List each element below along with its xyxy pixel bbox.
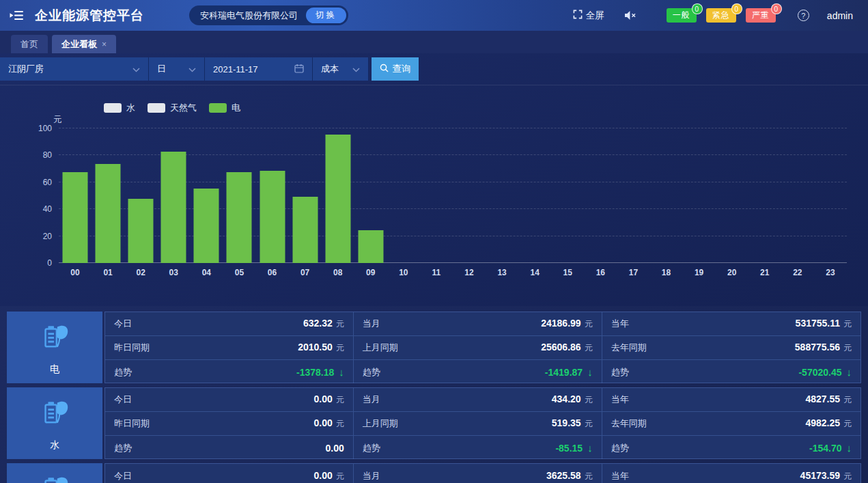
table-cell: 当年531755.11元 [602, 312, 860, 336]
x-axis-tick: 13 [497, 268, 506, 277]
alarm-badge[interactable]: 严重0 [746, 8, 776, 23]
calendar-icon [294, 64, 304, 75]
legend-label: 电 [232, 102, 240, 114]
cell-unit: 元 [585, 318, 593, 330]
cell-label: 当年 [611, 394, 629, 406]
period-select[interactable]: 日 [149, 57, 205, 81]
cell-value: 0.00元 [314, 417, 344, 430]
cell-label: 当月 [363, 318, 380, 330]
cell-label: 去年同期 [611, 342, 647, 354]
period-select-value: 日 [157, 63, 166, 75]
bar-电-03 [161, 152, 186, 263]
mute-speaker-icon[interactable] [625, 10, 636, 20]
x-axis-tick: 14 [531, 268, 540, 277]
x-axis-tick: 22 [793, 268, 802, 277]
cell-label: 当年 [611, 318, 629, 330]
cell-label: 趋势 [611, 366, 629, 378]
switch-company-button[interactable]: 切换 [306, 8, 346, 23]
energy-type-label: 水 [7, 439, 102, 452]
y-axis-tick: 80 [43, 150, 52, 160]
table-cell: 上月同期25606.86元 [354, 336, 602, 360]
cell-value: 24186.99元 [541, 318, 592, 330]
fullscreen-button[interactable]: 全屏 [573, 10, 604, 22]
cell-unit: 元 [843, 342, 852, 354]
cell-unit: 元 [336, 342, 344, 354]
cell-value: 0.00 [326, 443, 344, 454]
date-picker[interactable]: 2021-11-17 [205, 57, 313, 81]
site-select-value: 江阴厂房 [8, 63, 44, 75]
cell-label: 趋势 [363, 442, 380, 454]
y-axis-tick: 40 [43, 204, 52, 214]
table-cell: 去年同期588775.56元 [602, 336, 860, 360]
y-axis-tick: 100 [38, 124, 52, 133]
table-cell: 趋势-1419.87↓ [354, 360, 602, 383]
cell-unit: 元 [843, 471, 852, 482]
trend-down-arrow-icon: ↓ [847, 442, 852, 454]
chart-plot: 0204060801000001020304050607080910111213… [59, 128, 847, 263]
filter-bar: 江阴厂房 日 2021-11-17 成本 查询 [0, 53, 868, 85]
x-axis-tick: 16 [596, 268, 605, 277]
legend-swatch [209, 103, 227, 113]
legend-item-电[interactable]: 电 [209, 102, 240, 114]
cell-value: 434.20元 [552, 394, 593, 406]
x-axis-tick: 03 [169, 268, 178, 277]
alarm-badges: 一般0紧急0严重0 [667, 8, 776, 23]
help-icon[interactable]: ? [798, 10, 809, 21]
energy-type-label: 电 [7, 363, 102, 376]
date-value: 2021-11-17 [213, 64, 258, 74]
collapse-menu-icon[interactable] [10, 10, 24, 21]
cell-unit: 元 [336, 471, 344, 482]
user-menu[interactable]: admin [827, 10, 853, 21]
tab-企业看板[interactable]: 企业看板× [52, 35, 116, 53]
energy-summary-table: 电今日632.32元当月24186.99元当年531755.11元昨日同期201… [0, 306, 868, 483]
cell-value: 3625.58元 [546, 470, 593, 482]
site-select[interactable]: 江阴厂房 [0, 57, 149, 81]
metric-select[interactable]: 成本 [313, 57, 369, 81]
legend-item-水[interactable]: 水 [104, 102, 135, 114]
bar-电-06 [260, 171, 285, 263]
legend-item-天然气[interactable]: 天然气 [148, 102, 197, 114]
cell-label: 当年 [611, 470, 629, 482]
cell-value: -1419.87↓ [545, 366, 593, 378]
battery-leaf-icon [39, 472, 70, 483]
search-button[interactable]: 查询 [372, 57, 419, 81]
x-axis-tick: 01 [103, 268, 112, 277]
table-cell: 趋势0.00 [105, 436, 354, 459]
close-tab-icon[interactable]: × [102, 40, 107, 49]
table-cell: 当月3625.58元 [354, 464, 602, 483]
alarm-badge[interactable]: 紧急0 [706, 8, 736, 23]
cell-value: 25606.86元 [541, 342, 592, 354]
energy-tile: 水 [7, 387, 102, 459]
x-axis-tick: 09 [366, 268, 375, 277]
cell-label: 趋势 [114, 366, 132, 378]
tab-首页[interactable]: 首页 [11, 35, 48, 53]
bar-电-09 [358, 230, 383, 263]
alarm-badge[interactable]: 一般0 [667, 8, 697, 23]
table-cell: 今日0.00元 [105, 388, 354, 412]
cell-label: 上月同期 [363, 417, 398, 430]
y-axis-tick: 20 [43, 232, 52, 241]
table-cell: 当年45173.59元 [602, 464, 860, 483]
x-axis-tick: 15 [563, 268, 572, 277]
alarm-count-badge: 0 [692, 3, 703, 14]
energy-values-grid: 今日632.32元当月24186.99元当年531755.11元昨日同期2010… [104, 312, 861, 383]
energy-cost-chart: 水天然气电 元 02040608010000010203040506070809… [0, 85, 868, 305]
x-axis-tick: 05 [235, 268, 244, 277]
bar-电-08 [325, 135, 350, 263]
alarm-count-badge: 0 [771, 3, 782, 14]
table-cell: 趋势-1378.18↓ [105, 360, 354, 383]
app-header: 企业能源管控平台 安科瑞电气股份有限公司 切换 全屏 一般0紧急0严重0 ? a… [0, 0, 868, 31]
cell-label: 趋势 [114, 442, 132, 454]
x-axis-tick: 04 [202, 268, 211, 277]
cell-value: 4982.25元 [805, 417, 852, 430]
cell-label: 上月同期 [363, 342, 398, 354]
cell-label: 今日 [114, 470, 132, 482]
chevron-down-icon [132, 64, 140, 74]
legend-label: 天然气 [170, 102, 197, 114]
y-axis-unit: 元 [53, 114, 62, 126]
cell-value: -154.70↓ [809, 442, 852, 454]
cell-label: 趋势 [611, 442, 629, 454]
table-cell: 去年同期4982.25元 [602, 412, 860, 436]
cell-value: -1378.18↓ [296, 366, 344, 378]
x-axis-tick: 20 [727, 268, 736, 277]
